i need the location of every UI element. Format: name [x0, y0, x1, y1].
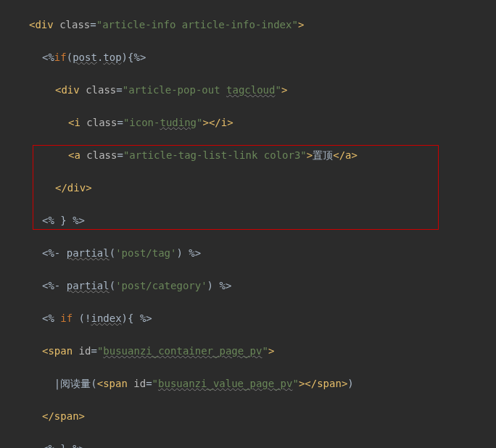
code-line: <%if(post.top){%> [3, 49, 496, 66]
code-editor[interactable]: <div class="article-info article-info-in… [0, 0, 496, 448]
code-line: <% } %> [3, 212, 496, 229]
code-line-highlighted: |阅读量(<span id="busuanzi_value_page_pv"><… [3, 376, 496, 392]
code-line: <a class="article-tag-list-link color3">… [3, 147, 496, 164]
code-line: <i class="icon-tuding"></i> [3, 115, 496, 131]
code-line: <div class="article-pop-out tagcloud"> [3, 82, 496, 99]
code-line-highlighted: </span> [3, 408, 496, 425]
code-line-highlighted: <% } %> [3, 441, 496, 449]
code-line: <%- partial('post/tag') %> [3, 245, 496, 262]
code-line: </div> [3, 180, 496, 196]
code-line-highlighted: <span id="busuanzi_container_page_pv"> [3, 343, 496, 360]
code-line: <%- partial('post/category') %> [3, 278, 496, 294]
code-line-highlighted: <% if (!index){ %> [3, 310, 496, 327]
code-line: <div class="article-info article-info-in… [3, 17, 496, 33]
